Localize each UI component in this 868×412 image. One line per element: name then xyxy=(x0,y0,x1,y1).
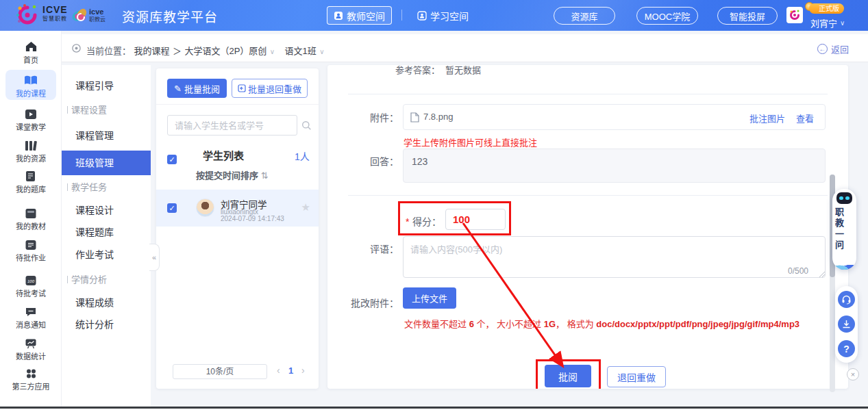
close-icon: × xyxy=(851,370,855,378)
comment-label: 评语： xyxy=(344,242,399,255)
download-icon xyxy=(842,320,851,329)
question-bank-icon xyxy=(25,170,37,182)
user-menu[interactable]: 刘宵宁 ∨ xyxy=(810,16,845,29)
pill-smart-casting[interactable]: 智能投屏 xyxy=(717,7,778,25)
assistant-widget[interactable]: 职教一问 xyxy=(832,189,856,270)
page-size-select[interactable]: 10条/页 xyxy=(173,364,267,379)
sidebar-item-classroom-teaching[interactable]: 课堂教学 xyxy=(0,107,62,132)
pagination-prev-button[interactable]: ‹ xyxy=(277,365,280,376)
icve-logo xyxy=(15,3,40,27)
message-bubble-icon xyxy=(25,307,37,318)
sort-label: 按提交时间排序 xyxy=(196,170,258,181)
open-book-icon xyxy=(24,75,38,86)
sidebar-collapse-button[interactable]: « xyxy=(149,244,160,271)
course-menu-item-course-design[interactable]: 课程设计 xyxy=(62,200,151,220)
student-search-input[interactable] xyxy=(167,115,297,136)
version-badge: 正式版 xyxy=(809,3,844,14)
section-divider xyxy=(348,94,828,94)
student-list-title: 学生列表 xyxy=(203,148,244,162)
pill-mooc-academy[interactable]: MOOC学院 xyxy=(636,7,698,25)
tab-learning-space-label: 学习空间 xyxy=(430,9,469,23)
batch-return-redo-button[interactable]: 批量退回重做 xyxy=(232,79,308,98)
tab-teacher-space-label: 教师空间 xyxy=(347,9,385,23)
assistant-label: 职教一问 xyxy=(832,207,845,251)
annotate-image-link[interactable]: 批注图片 xyxy=(749,112,785,125)
sidebar-item-my-textbooks[interactable]: 我的教材 xyxy=(0,207,62,231)
breadcrumb-root[interactable]: 我的课程 xyxy=(134,46,169,56)
view-link[interactable]: 查看 xyxy=(796,112,814,125)
sort-icon: ⇅ xyxy=(261,170,269,181)
sidebar-item-label: 我的教材 xyxy=(0,220,62,231)
pagination-current-page[interactable]: 1 xyxy=(288,365,293,376)
svg-text:100: 100 xyxy=(27,279,35,283)
tab-divider xyxy=(401,10,402,21)
sidebar-item-notifications[interactable]: 消息通知 xyxy=(0,305,62,330)
course-menu-item-statistical-analysis[interactable]: 统计分析 xyxy=(62,314,151,335)
sort-by-submit-time[interactable]: 按提交时间排序 ⇅ xyxy=(196,168,269,181)
breadcrumb-course-dropdown[interactable]: 大学语文（2P）原创 xyxy=(184,46,266,56)
search-icon[interactable] xyxy=(301,120,312,131)
score-input[interactable] xyxy=(445,209,506,230)
sidebar-item-label: 首页 xyxy=(0,54,62,65)
check-icon: ✓ xyxy=(169,155,175,164)
textbook-icon xyxy=(25,208,37,219)
tab-learning-space[interactable]: 学习空间 xyxy=(411,6,475,25)
reference-answer-label: 参考答案： xyxy=(395,65,440,76)
course-menu: 课程引导 课程设置 课程管理 班级管理 教学任务 课程设计 课程题库 作业考试 … xyxy=(62,65,151,407)
batch-review-button[interactable]: ✎ 批量批阅 xyxy=(167,79,227,98)
sidebar-item-pending-exams[interactable]: 100 待批考试 xyxy=(0,274,62,298)
upload-file-button[interactable]: 上传文件 xyxy=(403,287,456,309)
library-books-icon xyxy=(25,140,37,151)
breadcrumb-class-dropdown[interactable]: 语文1班 xyxy=(285,46,317,56)
course-menu-item-course-question-bank[interactable]: 课程题库 xyxy=(62,222,151,242)
tab-teacher-space[interactable]: 教师空间 xyxy=(327,6,392,25)
customer-service-button[interactable] xyxy=(838,291,855,308)
course-menu-section-settings: 课程设置 xyxy=(62,103,151,116)
star-icon[interactable]: ★ xyxy=(301,201,310,214)
floating-toolbar: ? xyxy=(835,286,858,363)
sidebar-item-pending-homework[interactable]: 待批作业 xyxy=(0,238,62,263)
attachment-file-name[interactable]: 7.8.png xyxy=(423,112,453,122)
attachment-label: 附件： xyxy=(344,110,399,124)
breadcrumb-separator: ＞ xyxy=(173,46,182,56)
apps-grid-icon xyxy=(25,368,37,379)
brand-secondary-subtitle: 职教云 xyxy=(89,15,106,23)
chevron-down-icon: ∨ xyxy=(840,19,845,27)
close-toolbar-button[interactable]: × xyxy=(847,368,859,381)
file-upload-hint: 文件数量不超过 6 个， 大小不超过 1G， 格式为 doc/docx/pptx… xyxy=(404,317,799,330)
sidebar-item-home[interactable]: 首页 xyxy=(0,40,62,65)
batch-review-label: 批量批阅 xyxy=(184,82,220,95)
sidebar-item-my-courses[interactable]: 我的课程 xyxy=(0,74,62,99)
course-menu-item-guide[interactable]: 课程引导 xyxy=(62,75,151,96)
help-button[interactable]: ? xyxy=(838,340,855,357)
student-avatar xyxy=(196,198,214,217)
back-label: 返回 xyxy=(831,42,849,55)
sidebar-item-third-party-apps[interactable]: 第三方应用 xyxy=(0,367,62,391)
comment-counter: 0/500 xyxy=(788,266,808,276)
play-video-icon xyxy=(25,109,37,120)
pill-resource-library[interactable]: 资源库 xyxy=(554,7,615,25)
review-submit-button[interactable]: 批阅 xyxy=(545,365,591,387)
teacher-space-icon xyxy=(334,11,343,21)
course-menu-item-course-grades[interactable]: 课程成绩 xyxy=(62,292,151,313)
reference-answer-value: 暂无数据 xyxy=(445,65,481,76)
pagination-next-button[interactable]: › xyxy=(301,365,305,376)
student-row[interactable]: ✓ 刘宵宁同学 liuxiaoningtx 2024-07-09 14:17:4… xyxy=(156,190,319,227)
headset-icon xyxy=(841,295,852,305)
course-menu-item-course-management[interactable]: 课程管理 xyxy=(62,125,151,146)
chevron-down-icon: ∨ xyxy=(270,48,275,55)
download-button[interactable] xyxy=(838,316,855,333)
student-checkbox[interactable]: ✓ xyxy=(167,203,177,213)
course-menu-item-class-management[interactable]: 班级管理 xyxy=(62,151,151,175)
file-icon xyxy=(410,112,419,123)
user-avatar[interactable] xyxy=(786,7,803,23)
sidebar-item-my-question-bank[interactable]: 我的题库 xyxy=(0,170,62,194)
select-all-checkbox[interactable]: ✓ xyxy=(167,155,177,164)
return-redo-button[interactable]: 退回重做 xyxy=(607,366,666,387)
comment-textarea[interactable] xyxy=(403,236,826,278)
return-redo-label: 退回重做 xyxy=(617,370,656,384)
back-button[interactable]: ← 返回 xyxy=(817,42,849,55)
sidebar-item-data-statistics[interactable]: 数据统计 xyxy=(0,337,62,361)
course-menu-item-homework-exam[interactable]: 作业考试 xyxy=(62,244,151,265)
sidebar-item-my-resources[interactable]: 我的资源 xyxy=(0,139,62,164)
